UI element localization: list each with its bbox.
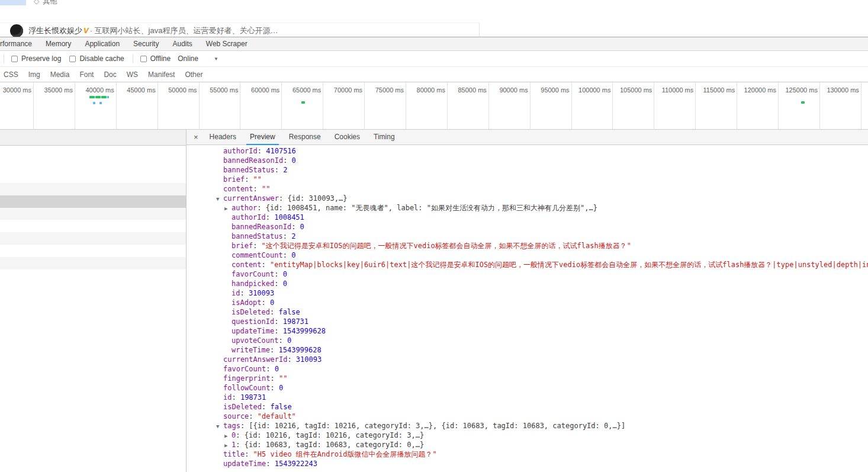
json-row[interactable]: fingerprint: "" [187, 374, 868, 383]
filter-doc[interactable]: Doc [104, 70, 116, 79]
triangle-right-icon[interactable]: ▶ [224, 431, 232, 441]
json-key: isDeleted [232, 308, 270, 316]
bookmarks-folder[interactable]: ◇其他 [34, 0, 57, 6]
json-row[interactable]: favorCount: 0 [187, 269, 868, 279]
offline-label[interactable]: Offline [150, 54, 171, 63]
json-row[interactable]: authorId: 4107516 [187, 146, 868, 156]
throttling-select[interactable]: Online [178, 54, 198, 63]
timeline-tick: 100000 ms [572, 82, 613, 129]
json-row[interactable]: brief: "" [187, 175, 868, 184]
devtools-tab-security[interactable]: Security [133, 40, 161, 48]
json-row[interactable]: questionId: 198731 [187, 317, 868, 326]
json-row[interactable]: upvoteCount: 0 [187, 336, 868, 345]
preserve-log-label[interactable]: Preserve log [21, 54, 61, 63]
detail-tab-preview[interactable]: Preview [246, 130, 279, 145]
devtools-tab-audits[interactable]: Audits [172, 40, 194, 48]
json-row[interactable]: authorId: 1008451 [187, 213, 868, 222]
request-row[interactable] [0, 257, 186, 269]
json-row[interactable]: isAdopt: 0 [187, 298, 868, 307]
detail-tab-response[interactable]: Response [285, 130, 324, 145]
json-key: authorId [232, 213, 266, 221]
json-row[interactable]: ▶author: {id: 1008451, name: "无畏魂者", lab… [187, 203, 868, 213]
filter-font[interactable]: Font [79, 70, 94, 79]
filter-css[interactable]: CSS [4, 70, 18, 79]
detail-tab-headers[interactable]: Headers [206, 130, 240, 145]
request-row[interactable] [0, 183, 186, 195]
request-row[interactable] [0, 208, 186, 220]
json-row[interactable]: commentCount: 0 [187, 251, 868, 260]
json-row[interactable]: isDeleted: false [187, 402, 868, 412]
json-colon: : [262, 403, 270, 411]
devtools-tab-web-scraper[interactable]: Web Scraper [206, 40, 250, 48]
json-row[interactable]: source: "default" [187, 412, 868, 421]
json-row[interactable]: title: "H5 video 组件在Android版微信中会全屏播放问题？" [187, 449, 868, 459]
request-row[interactable] [0, 245, 186, 257]
json-row[interactable]: bannedReasonId: 0 [187, 222, 868, 232]
json-row[interactable]: updateTime: 1543922243 [187, 459, 868, 468]
filter-other[interactable]: Other [185, 70, 202, 79]
json-row[interactable]: content: "" [187, 184, 868, 194]
disable-cache-checkbox[interactable] [69, 56, 76, 62]
browser-tab-fragment[interactable] [0, 0, 26, 5]
json-key: content [232, 261, 262, 269]
preserve-log-checkbox[interactable] [11, 56, 18, 62]
json-key: updateTime [232, 327, 274, 335]
json-colon: : [232, 393, 240, 402]
json-row[interactable]: bannedStatus: 2 [187, 232, 868, 241]
json-row[interactable]: ▼tags: [{id: 10216, tagId: 10216, catego… [187, 421, 868, 431]
json-colon: : [270, 374, 278, 383]
json-value: {id: 10683, tagId: 10683, categoryId: 0,… [245, 441, 424, 449]
json-row[interactable]: ▶0: {id: 10216, tagId: 10216, categoryId… [187, 431, 868, 440]
json-row[interactable]: currentAnswerId: 310093 [187, 355, 868, 364]
network-overview-timeline[interactable]: 30000 ms35000 ms40000 ms45000 ms50000 ms… [0, 82, 868, 130]
json-row[interactable]: content: "entityMap|blocks|key|6uir6|tex… [187, 260, 868, 269]
json-row[interactable]: brief: "这个我记得是安卓和IOS的问题吧，一般情况下vedio标签都会自… [187, 241, 868, 251]
chevron-down-icon[interactable]: ▼ [214, 56, 218, 62]
profile-text[interactable]: 浮生长恨欢娱少V· 互联网小站长、java程序员、运营爱好者、关心开源… [28, 25, 278, 36]
timeline-tick: 75000 ms [365, 82, 406, 129]
json-key: commentCount [232, 251, 283, 259]
json-row[interactable]: bannedReasonId: 0 [187, 156, 868, 165]
disable-cache-label[interactable]: Disable cache [79, 54, 124, 63]
avatar[interactable] [10, 24, 23, 37]
request-row[interactable] [0, 220, 186, 232]
detail-tab-timing[interactable]: Timing [370, 130, 398, 145]
json-key: favorCount [223, 365, 266, 373]
activity-mark [107, 96, 109, 98]
request-row[interactable] [0, 195, 186, 208]
filter-img[interactable]: Img [28, 70, 40, 79]
request-list-panel [0, 130, 186, 472]
json-row[interactable]: id: 198731 [187, 393, 868, 402]
json-row[interactable]: followCount: 0 [187, 383, 868, 393]
triangle-right-icon[interactable]: ▶ [224, 204, 232, 213]
json-colon: : [278, 336, 287, 345]
triangle-right-icon[interactable]: ▶ [224, 441, 232, 450]
json-row[interactable]: isDeleted: false [187, 307, 868, 317]
json-row[interactable]: handpicked: 0 [187, 279, 868, 288]
json-value: 0 [291, 251, 295, 259]
filter-ws[interactable]: WS [127, 70, 138, 79]
request-list-header[interactable] [0, 130, 186, 146]
json-row[interactable]: updateTime: 1543999628 [187, 326, 868, 336]
json-value: {id: 1008451, name: "无畏魂者", label: "如果对生… [266, 204, 597, 212]
json-row[interactable]: writeTime: 1543999628 [187, 345, 868, 355]
json-row[interactable]: ▼currentAnswer: {id: 310093,…} [187, 194, 868, 203]
devtools-tab-application[interactable]: Application [85, 40, 122, 48]
activity-mark [93, 102, 95, 104]
close-icon[interactable]: × [194, 133, 198, 142]
json-row[interactable]: id: 310093 [187, 288, 868, 298]
json-row[interactable]: favorCount: 0 [187, 364, 868, 374]
request-row[interactable] [0, 232, 186, 245]
filter-manifest[interactable]: Manifest [148, 70, 175, 79]
json-colon: : [274, 317, 282, 326]
triangle-down-icon[interactable]: ▼ [216, 194, 223, 204]
devtools-tab-memory[interactable]: Memory [46, 40, 73, 48]
json-key: updateTime [223, 460, 266, 468]
devtools-tab-rformance[interactable]: rformance [0, 40, 34, 48]
json-row[interactable]: bannedStatus: 2 [187, 165, 868, 175]
filter-media[interactable]: Media [50, 70, 70, 79]
detail-tab-cookies[interactable]: Cookies [331, 130, 364, 145]
triangle-down-icon[interactable]: ▼ [216, 422, 223, 431]
offline-checkbox[interactable] [140, 56, 147, 62]
json-row[interactable]: ▶1: {id: 10683, tagId: 10683, categoryId… [187, 440, 868, 449]
